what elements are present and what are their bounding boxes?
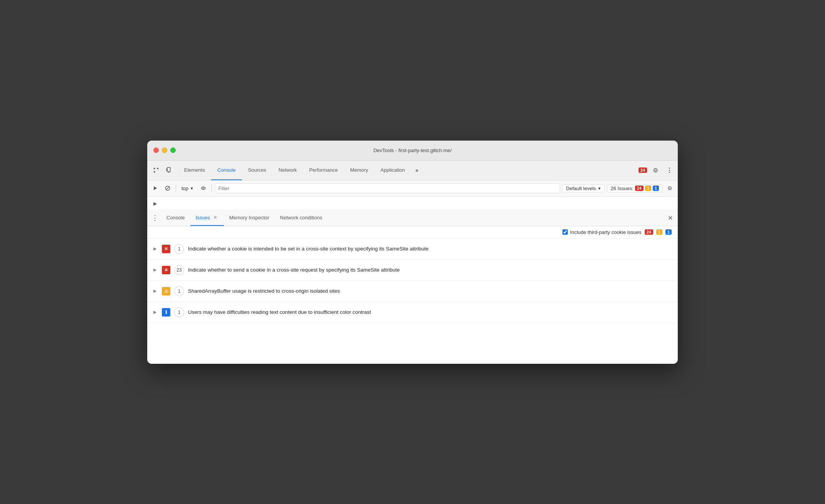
settings-icon[interactable]: ⚙ [650, 165, 661, 176]
tabs-overflow-button[interactable]: » [411, 164, 422, 176]
issue-error-icon: ✕ [162, 245, 170, 253]
secondary-tabs-menu-icon[interactable]: ⋮ [150, 213, 160, 222]
issue-text: Indicate whether a cookie is intended to… [188, 246, 672, 252]
third-party-cookie-checkbox[interactable] [562, 229, 568, 235]
issue-expand-arrow[interactable]: ▶ [153, 288, 158, 293]
issue-count-circle: 1 [174, 307, 184, 317]
issues-info-count: 1 [665, 229, 672, 235]
console-settings-icon[interactable]: ⚙ [665, 183, 675, 193]
eye-icon [201, 186, 206, 191]
issues-summary-button[interactable]: 26 Issues: 24 1 1 [607, 184, 662, 192]
main-tabs-bar: Elements Console Sources Network Perform… [147, 161, 678, 181]
device-toolbar-button[interactable] [163, 164, 175, 176]
issue-row[interactable]: ▶ ⚠ 1 SharedArrayBuffer usage is restric… [147, 281, 678, 302]
svg-rect-1 [168, 172, 170, 172]
tab-network[interactable]: Network [273, 161, 303, 180]
error-badge-button[interactable]: 24 [639, 167, 647, 173]
maximize-button[interactable] [170, 148, 176, 153]
tab-memory[interactable]: Memory [344, 161, 374, 180]
issue-warning-icon: ⚠ [162, 287, 170, 295]
device-icon [166, 167, 172, 173]
tab-console[interactable]: Console [211, 161, 242, 180]
console-toolbar: Filter top ▼ Default levels ▼ 26 Issues:… [147, 181, 678, 197]
issues-warning-count: 1 [656, 229, 662, 235]
close-panel-icon[interactable]: ✕ [665, 213, 675, 222]
tab-performance[interactable]: Performance [303, 161, 344, 180]
ban-icon [165, 186, 170, 191]
toolbar-info-count: 1 [653, 186, 659, 191]
secondary-tab-console[interactable]: Console [161, 210, 190, 226]
issue-expand-arrow[interactable]: ▶ [153, 267, 158, 272]
issue-text: Indicate whether to send a cookie in a c… [188, 267, 672, 273]
live-expression-button[interactable] [198, 183, 208, 193]
tab-sources[interactable]: Sources [242, 161, 273, 180]
third-party-checkbox-label[interactable]: Include third-party cookie issues [562, 229, 642, 235]
context-selector[interactable]: Filter top ▼ [179, 185, 196, 192]
secondary-tab-memory-inspector[interactable]: Memory Inspector [224, 210, 274, 226]
panel-area: ⋮ Console Issues ✕ Memory Inspector Netw… [147, 210, 678, 364]
default-levels-dropdown[interactable]: Default levels ▼ [562, 184, 605, 192]
secondary-tab-network-conditions[interactable]: Network conditions [274, 210, 328, 226]
filter-input[interactable] [215, 183, 560, 193]
toolbar-icons [150, 164, 175, 176]
inspect-element-button[interactable] [150, 164, 162, 176]
separator-1 [176, 184, 176, 192]
error-count-badge: 24 [639, 167, 647, 173]
play-icon [153, 186, 158, 191]
toolbar-error-count: 24 [635, 186, 644, 191]
issue-error-icon: ✕ [162, 266, 170, 274]
issue-info-icon: ℹ [162, 308, 170, 317]
svg-marker-3 [154, 186, 157, 190]
tab-elements[interactable]: Elements [178, 161, 211, 180]
issue-expand-arrow[interactable]: ▶ [153, 246, 158, 251]
console-expander-row: ▶ [147, 197, 678, 210]
issues-toolbar: Include third-party cookie issues 24 1 1 [147, 226, 678, 239]
issue-count-circle: 1 [174, 244, 184, 254]
svg-point-7 [203, 187, 204, 189]
expand-arrow-icon[interactable]: ▶ [153, 201, 157, 206]
tab-application[interactable]: Application [374, 161, 411, 180]
secondary-tab-issues[interactable]: Issues ✕ [190, 210, 224, 226]
svg-rect-0 [167, 167, 170, 172]
traffic-lights [153, 148, 176, 153]
more-options-icon[interactable]: ⋮ [664, 165, 675, 176]
main-nav-tabs: Elements Console Sources Network Perform… [178, 161, 639, 180]
toolbar-warning-count: 1 [645, 186, 651, 191]
close-issues-tab-icon[interactable]: ✕ [212, 214, 218, 221]
clear-console-button[interactable] [163, 183, 173, 193]
devtools-window: DevTools - first-party-test.glitch.me/ E… [147, 141, 678, 364]
svg-line-5 [166, 187, 169, 190]
tabs-right-icons: 24 ⚙ ⋮ [639, 165, 675, 176]
issues-list: ▶ ✕ 1 Indicate whether a cookie is inten… [147, 239, 678, 323]
issue-count-circle: 23 [174, 265, 184, 275]
issues-error-count: 24 [645, 229, 653, 235]
inspect-icon [153, 167, 159, 173]
close-button[interactable] [153, 148, 159, 153]
issue-row[interactable]: ▶ ✕ 1 Indicate whether a cookie is inten… [147, 239, 678, 260]
run-script-button[interactable] [150, 183, 160, 193]
window-title: DevTools - first-party-test.glitch.me/ [373, 148, 452, 153]
minimize-button[interactable] [162, 148, 167, 153]
issue-text: Users may have difficulties reading text… [188, 309, 672, 315]
svg-rect-2 [166, 169, 167, 171]
issue-row[interactable]: ▶ ℹ 1 Users may have difficulties readin… [147, 302, 678, 323]
issue-row[interactable]: ▶ ✕ 23 Indicate whether to send a cookie… [147, 260, 678, 281]
secondary-tabs-bar: ⋮ Console Issues ✕ Memory Inspector Netw… [147, 210, 678, 226]
title-bar: DevTools - first-party-test.glitch.me/ [147, 141, 678, 161]
issue-count-circle: 1 [174, 286, 184, 296]
issue-expand-arrow[interactable]: ▶ [153, 310, 158, 315]
separator-2 [211, 184, 212, 192]
issue-text: SharedArrayBuffer usage is restricted to… [188, 288, 672, 294]
